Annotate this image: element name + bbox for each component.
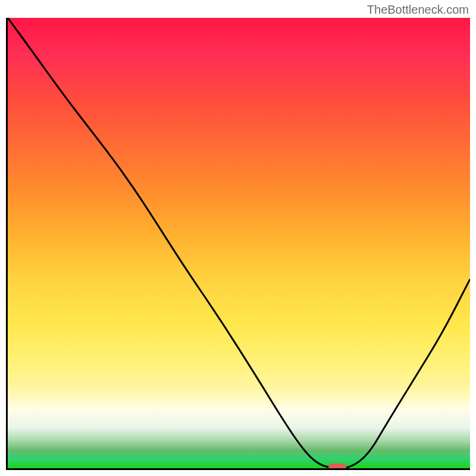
- optimal-marker: [328, 464, 346, 470]
- bottleneck-curve-path: [8, 18, 470, 468]
- plot-area: [6, 18, 470, 470]
- watermark-text: TheBottleneck.com: [367, 3, 469, 17]
- curve-svg: [8, 18, 470, 468]
- chart-container: TheBottleneck.com: [0, 0, 476, 476]
